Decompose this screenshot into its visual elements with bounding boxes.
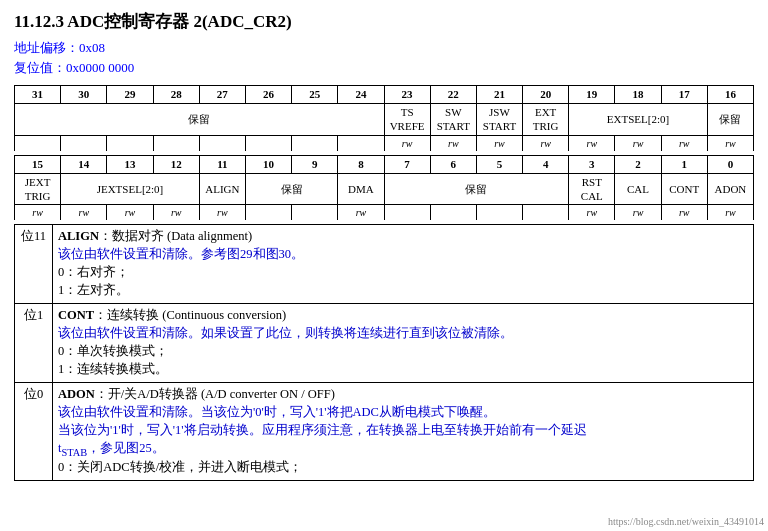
bit-label-align: 位11 [15,225,53,304]
cont-desc-2: 0：单次转换模式； [58,343,748,360]
adon-desc-2: 当该位为'1'时，写入'1'将启动转换。应用程序须注意，在转换器上电至转换开始前… [58,422,748,439]
cont-name: CONT [58,308,94,322]
description-table: 位11 ALIGN：数据对齐 (Data alignment) 该位由软件设置和… [14,224,754,481]
reset-label: 复位值：0x0000 0000 [14,59,754,77]
cal-cell: CAL [615,173,661,205]
bit-label-cont: 位1 [15,304,53,383]
bit-label-adon: 位0 [15,383,53,481]
watermark: https://blog.csdn.net/weixin_43491014 [608,516,764,527]
adon-suffix: ：开/关A/D转换器 (A/D converter ON / OFF) [95,387,335,401]
address-label: 地址偏移：0x08 [14,39,754,57]
cont-cell: CONT [661,173,707,205]
desc-row-adon: 位0 ADON：开/关A/D转换器 (A/D converter ON / OF… [15,383,754,481]
desc-content-align: ALIGN：数据对齐 (Data alignment) 该位由软件设置和清除。参… [53,225,754,304]
align-suffix: ：数据对齐 (Data alignment) [99,229,252,243]
align-desc-1: 该位由软件设置和清除。参考图29和图30。 [58,246,748,263]
adon-desc-4: 0：关闭ADC转换/校准，并进入断电模式； [58,459,748,476]
sw-start-cell: SWSTART [430,104,476,136]
dma-cell: DMA [338,173,384,205]
reserved-lower-2: 保留 [384,173,569,205]
rw-row-lower: rw rw rw rw rw rw rw rw rw rw [15,205,754,221]
bit-names-upper: 保留 TSVREFE SWSTART JSWSTART EXTTRIG EXTS… [15,104,754,136]
register-upper-table: 31 30 29 28 27 26 25 24 23 22 21 20 19 1… [14,85,754,151]
align-desc-3: 1：左对齐。 [58,282,748,299]
reserved-upper-left: 保留 [15,104,385,136]
rw-row-upper: rw rw rw rw rw rw rw rw [15,135,754,151]
adon-desc-3: tSTAB，参见图25。 [58,440,748,458]
desc-content-cont: CONT：连续转换 (Continuous conversion) 该位由软件设… [53,304,754,383]
register-lower-table: 15 14 13 12 11 10 9 8 7 6 5 4 3 2 1 0 JE… [14,155,754,221]
bit-numbers-upper: 31 30 29 28 27 26 25 24 23 22 21 20 19 1… [15,86,754,104]
adon-cell: ADON [707,173,753,205]
section-title: 11.12.3 ADC控制寄存器 2(ADC_CR2) [14,10,754,33]
jsw-start-cell: JSWSTART [476,104,522,136]
ext-trig-cell: EXTTRIG [523,104,569,136]
cont-suffix: ：连续转换 (Continuous conversion) [94,308,286,322]
bit-numbers-lower: 15 14 13 12 11 10 9 8 7 6 5 4 3 2 1 0 [15,155,754,173]
adon-desc-1: 该位由软件设置和清除。当该位为'0'时，写入'1'将把ADC从断电模式下唤醒。 [58,404,748,421]
align-desc-2: 0：右对齐； [58,264,748,281]
desc-row-align: 位11 ALIGN：数据对齐 (Data alignment) 该位由软件设置和… [15,225,754,304]
adon-name: ADON [58,387,95,401]
cont-desc-3: 1：连续转换模式。 [58,361,748,378]
reserved-lower-1: 保留 [245,173,337,205]
ts-vrefe-cell: TSVREFE [384,104,430,136]
desc-content-adon: ADON：开/关A/D转换器 (A/D converter ON / OFF) … [53,383,754,481]
cont-desc-1: 该位由软件设置和清除。如果设置了此位，则转换将连续进行直到该位被清除。 [58,325,748,342]
desc-row-cont: 位1 CONT：连续转换 (Continuous conversion) 该位由… [15,304,754,383]
jextsel-cell: JEXTSEL[2:0] [61,173,200,205]
reserved-upper-right: 保留 [707,104,753,136]
rstcal-cell: RSTCAL [569,173,615,205]
align-name: ALIGN [58,229,99,243]
jext-trig-cell: JEXTTRIG [15,173,61,205]
align-cell: ALIGN [199,173,245,205]
extsel-cell: EXTSEL[2:0] [569,104,708,136]
bit-names-lower: JEXTTRIG JEXTSEL[2:0] ALIGN 保留 DMA 保留 RS… [15,173,754,205]
